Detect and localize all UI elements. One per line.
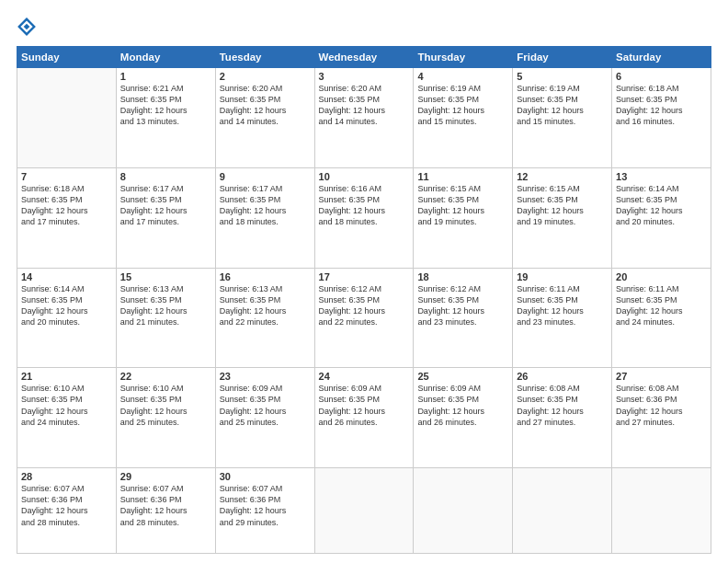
cell-info: Sunrise: 6:09 AM Sunset: 6:35 PM Dayligh… [220,383,311,428]
cell-info: Sunrise: 6:19 AM Sunset: 6:35 PM Dayligh… [417,83,508,128]
calendar-cell: 26Sunrise: 6:08 AM Sunset: 6:35 PM Dayli… [513,368,612,468]
calendar-cell: 9Sunrise: 6:17 AM Sunset: 6:35 PM Daylig… [215,167,314,268]
cell-info: Sunrise: 6:10 AM Sunset: 6:35 PM Dayligh… [120,383,211,428]
cell-info: Sunrise: 6:07 AM Sunset: 6:36 PM Dayligh… [21,483,112,528]
calendar-week-row: 28Sunrise: 6:07 AM Sunset: 6:36 PM Dayli… [17,468,711,554]
cell-info: Sunrise: 6:15 AM Sunset: 6:35 PM Dayligh… [517,183,608,228]
weekday-header-saturday: Saturday [612,47,711,68]
weekday-header-wednesday: Wednesday [314,47,414,68]
cell-info: Sunrise: 6:14 AM Sunset: 6:35 PM Dayligh… [616,183,707,228]
day-number: 8 [120,171,211,182]
cell-info: Sunrise: 6:11 AM Sunset: 6:35 PM Dayligh… [616,283,707,328]
calendar-cell [17,68,117,168]
calendar-cell: 24Sunrise: 6:09 AM Sunset: 6:35 PM Dayli… [314,368,414,468]
calendar-cell: 7Sunrise: 6:18 AM Sunset: 6:35 PM Daylig… [17,167,117,268]
calendar-cell: 16Sunrise: 6:13 AM Sunset: 6:35 PM Dayli… [215,268,314,368]
day-number: 24 [319,371,410,382]
day-number: 30 [220,471,311,482]
day-number: 13 [616,171,707,182]
calendar-week-row: 21Sunrise: 6:10 AM Sunset: 6:35 PM Dayli… [17,368,711,468]
cell-info: Sunrise: 6:20 AM Sunset: 6:35 PM Dayligh… [319,83,410,128]
calendar-cell: 6Sunrise: 6:18 AM Sunset: 6:35 PM Daylig… [612,68,711,168]
calendar-cell: 3Sunrise: 6:20 AM Sunset: 6:35 PM Daylig… [314,68,414,168]
calendar-cell: 21Sunrise: 6:10 AM Sunset: 6:35 PM Dayli… [17,368,117,468]
day-number: 22 [120,371,211,382]
calendar-cell: 18Sunrise: 6:12 AM Sunset: 6:35 PM Dayli… [414,268,513,368]
logo [17,17,40,37]
day-number: 2 [220,71,311,82]
day-number: 3 [319,71,410,82]
calendar-cell: 11Sunrise: 6:15 AM Sunset: 6:35 PM Dayli… [414,167,513,268]
cell-info: Sunrise: 6:18 AM Sunset: 6:35 PM Dayligh… [21,183,112,228]
cell-info: Sunrise: 6:17 AM Sunset: 6:35 PM Dayligh… [120,183,211,228]
calendar-cell [314,468,414,554]
day-number: 5 [517,71,608,82]
day-number: 15 [120,271,211,282]
cell-info: Sunrise: 6:18 AM Sunset: 6:35 PM Dayligh… [616,83,707,128]
day-number: 10 [319,171,410,182]
calendar-cell: 5Sunrise: 6:19 AM Sunset: 6:35 PM Daylig… [513,68,612,168]
day-number: 27 [616,371,707,382]
logo-icon [17,17,37,37]
cell-info: Sunrise: 6:20 AM Sunset: 6:35 PM Dayligh… [220,83,311,128]
day-number: 26 [517,371,608,382]
day-number: 14 [21,271,112,282]
cell-info: Sunrise: 6:12 AM Sunset: 6:35 PM Dayligh… [319,283,410,328]
day-number: 25 [417,371,508,382]
day-number: 7 [21,171,112,182]
cell-info: Sunrise: 6:19 AM Sunset: 6:35 PM Dayligh… [517,83,608,128]
day-number: 19 [517,271,608,282]
calendar-cell: 30Sunrise: 6:07 AM Sunset: 6:36 PM Dayli… [215,468,314,554]
calendar-cell: 25Sunrise: 6:09 AM Sunset: 6:35 PM Dayli… [414,368,513,468]
calendar-cell [414,468,513,554]
calendar-week-row: 7Sunrise: 6:18 AM Sunset: 6:35 PM Daylig… [17,167,711,268]
cell-info: Sunrise: 6:07 AM Sunset: 6:36 PM Dayligh… [220,483,311,528]
cell-info: Sunrise: 6:08 AM Sunset: 6:35 PM Dayligh… [517,383,608,428]
weekday-header-tuesday: Tuesday [215,47,314,68]
day-number: 17 [319,271,410,282]
calendar-cell: 28Sunrise: 6:07 AM Sunset: 6:36 PM Dayli… [17,468,117,554]
cell-info: Sunrise: 6:11 AM Sunset: 6:35 PM Dayligh… [517,283,608,328]
calendar-cell: 23Sunrise: 6:09 AM Sunset: 6:35 PM Dayli… [215,368,314,468]
header [17,17,711,37]
calendar-cell: 8Sunrise: 6:17 AM Sunset: 6:35 PM Daylig… [116,167,215,268]
cell-info: Sunrise: 6:10 AM Sunset: 6:35 PM Dayligh… [21,383,112,428]
cell-info: Sunrise: 6:15 AM Sunset: 6:35 PM Dayligh… [417,183,508,228]
cell-info: Sunrise: 6:16 AM Sunset: 6:35 PM Dayligh… [319,183,410,228]
calendar-cell: 19Sunrise: 6:11 AM Sunset: 6:35 PM Dayli… [513,268,612,368]
calendar-cell: 1Sunrise: 6:21 AM Sunset: 6:35 PM Daylig… [116,68,215,168]
weekday-header-monday: Monday [116,47,215,68]
weekday-header-row: SundayMondayTuesdayWednesdayThursdayFrid… [17,47,711,68]
calendar-cell: 4Sunrise: 6:19 AM Sunset: 6:35 PM Daylig… [414,68,513,168]
cell-info: Sunrise: 6:13 AM Sunset: 6:35 PM Dayligh… [220,283,311,328]
day-number: 18 [417,271,508,282]
day-number: 4 [417,71,508,82]
day-number: 21 [21,371,112,382]
weekday-header-thursday: Thursday [414,47,513,68]
cell-info: Sunrise: 6:09 AM Sunset: 6:35 PM Dayligh… [319,383,410,428]
cell-info: Sunrise: 6:07 AM Sunset: 6:36 PM Dayligh… [120,483,211,528]
cell-info: Sunrise: 6:21 AM Sunset: 6:35 PM Dayligh… [120,83,211,128]
calendar-table: SundayMondayTuesdayWednesdayThursdayFrid… [17,46,711,554]
day-number: 16 [220,271,311,282]
page: SundayMondayTuesdayWednesdayThursdayFrid… [0,0,728,563]
cell-info: Sunrise: 6:17 AM Sunset: 6:35 PM Dayligh… [220,183,311,228]
day-number: 12 [517,171,608,182]
calendar-cell: 29Sunrise: 6:07 AM Sunset: 6:36 PM Dayli… [116,468,215,554]
calendar-cell: 10Sunrise: 6:16 AM Sunset: 6:35 PM Dayli… [314,167,414,268]
day-number: 1 [120,71,211,82]
calendar-cell: 15Sunrise: 6:13 AM Sunset: 6:35 PM Dayli… [116,268,215,368]
calendar-cell: 12Sunrise: 6:15 AM Sunset: 6:35 PM Dayli… [513,167,612,268]
calendar-cell: 20Sunrise: 6:11 AM Sunset: 6:35 PM Dayli… [612,268,711,368]
day-number: 9 [220,171,311,182]
cell-info: Sunrise: 6:12 AM Sunset: 6:35 PM Dayligh… [417,283,508,328]
calendar-week-row: 1Sunrise: 6:21 AM Sunset: 6:35 PM Daylig… [17,68,711,168]
calendar-cell: 22Sunrise: 6:10 AM Sunset: 6:35 PM Dayli… [116,368,215,468]
day-number: 20 [616,271,707,282]
day-number: 29 [120,471,211,482]
day-number: 28 [21,471,112,482]
day-number: 6 [616,71,707,82]
cell-info: Sunrise: 6:09 AM Sunset: 6:35 PM Dayligh… [417,383,508,428]
calendar-cell: 14Sunrise: 6:14 AM Sunset: 6:35 PM Dayli… [17,268,117,368]
calendar-cell: 2Sunrise: 6:20 AM Sunset: 6:35 PM Daylig… [215,68,314,168]
